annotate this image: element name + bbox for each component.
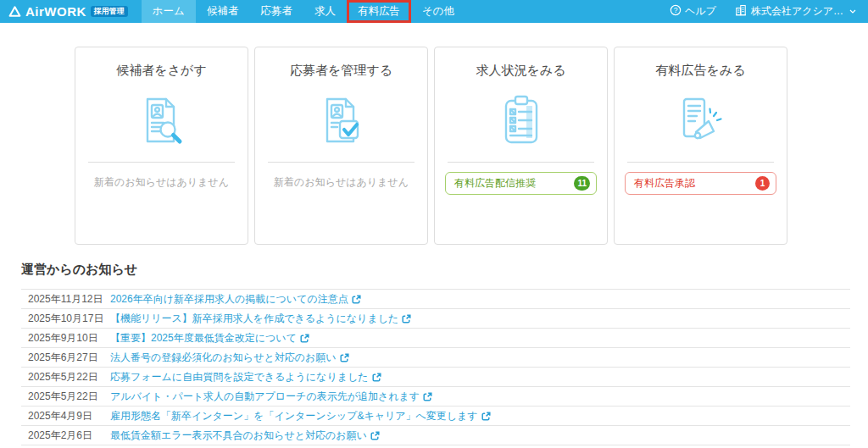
count-badge: 11 <box>574 176 590 191</box>
external-link-icon <box>423 392 432 401</box>
external-link-icon <box>402 314 411 324</box>
applicant-manage-icon <box>255 87 427 155</box>
notice-link[interactable]: 2026年卒向け新卒採用求人の掲載についての注意点 <box>110 292 361 307</box>
notice-link[interactable]: 応募フォームに自由質問を設定できるようになりました <box>110 370 381 384</box>
chevron-down-icon <box>849 9 856 14</box>
action-label: 有料広告配信推奨 <box>454 176 536 191</box>
card-job-status[interactable]: 求人状況をみる 有料広告配信推奨 11 <box>434 47 608 245</box>
card-divider <box>627 162 774 163</box>
notice-list: 2025年11月12日 2026年卒向け新卒採用求人の掲載についての注意点 20… <box>21 289 850 445</box>
help-question-icon: ? <box>670 4 682 19</box>
help-label: ヘルプ <box>685 4 716 19</box>
app-logo[interactable]: AirWORK 採用管理 <box>0 0 142 23</box>
notice-date: 2025年2月6日 <box>28 429 110 443</box>
notice-title: 2026年卒向け新卒採用求人の掲載についての注意点 <box>110 292 348 307</box>
notice-title: 【機能リリース】新卒採用求人を作成できるようになりました <box>110 312 398 326</box>
card-title: 有料広告をみる <box>615 63 787 79</box>
paid-ad-icon <box>615 87 787 155</box>
notice-date: 2025年5月22日 <box>28 370 110 384</box>
card-status-text: 新着のお知らせはありません <box>75 175 248 190</box>
action-label: 有料広告承認 <box>634 176 695 191</box>
notice-date: 2025年10月17日 <box>28 312 110 326</box>
external-link-icon <box>370 431 380 440</box>
candidate-search-icon <box>75 87 248 155</box>
job-status-icon <box>435 87 607 155</box>
notice-link[interactable]: アルバイト・パート求人の自動アプローチの表示先が追加されます <box>110 390 432 404</box>
card-title: 求人状況をみる <box>435 63 607 79</box>
card-divider <box>88 162 235 163</box>
help-link[interactable]: ? ヘルプ <box>659 4 726 19</box>
nav-jobs[interactable]: 求人 <box>303 0 347 23</box>
notice-link[interactable]: 【機能リリース】新卒採用求人を作成できるようになりました <box>110 312 411 326</box>
account-name: 株式会社アクシア… <box>751 4 843 19</box>
notice-row: 2025年11月12日 2026年卒向け新卒採用求人の掲載についての注意点 <box>21 289 850 308</box>
notice-date: 2025年6月27日 <box>28 351 110 365</box>
notice-title: 最低賃金額エラー表示不具合のお知らせと対応のお願い <box>110 429 367 443</box>
header-spacer <box>465 0 659 23</box>
notice-title: 法人番号の登録必須化のお知らせと対応のお願い <box>110 351 337 365</box>
notice-link[interactable]: 法人番号の登録必須化のお知らせと対応のお願い <box>110 351 349 365</box>
notice-title: 【重要】2025年度最低賃金改定について <box>110 331 297 346</box>
nav-others[interactable]: その他 <box>411 0 465 23</box>
card-title: 応募者を管理する <box>255 63 427 79</box>
notices-heading: 運営からのお知らせ <box>21 262 850 278</box>
card-candidate-search[interactable]: 候補者をさがす 新着のお知らせはありません <box>75 47 248 245</box>
notice-row: 2025年10月17日 【機能リリース】新卒採用求人を作成できるようになりました <box>21 308 850 328</box>
notice-row: 2025年5月22日 アルバイト・パート求人の自動アプローチの表示先が追加されま… <box>21 386 850 406</box>
card-status-text: 新着のお知らせはありません <box>255 175 427 190</box>
account-menu[interactable]: 株式会社アクシア… <box>726 4 868 19</box>
nav-home[interactable]: ホーム <box>142 0 196 23</box>
external-link-icon <box>340 353 349 362</box>
notice-date: 2025年9月10日 <box>28 331 110 346</box>
svg-text:?: ? <box>674 6 678 14</box>
notice-row: 2025年6月27日 法人番号の登録必須化のお知らせと対応のお願い <box>21 347 850 367</box>
card-paid-ads[interactable]: 有料広告をみる 有料広告承認 1 <box>614 47 787 245</box>
notice-row: 2025年2月6日 最低賃金額エラー表示不具合のお知らせと対応のお願い <box>21 425 850 445</box>
external-link-icon <box>372 373 381 382</box>
notice-date: 2025年5月22日 <box>28 390 110 404</box>
notice-link[interactable]: 【重要】2025年度最低賃金改定について <box>110 331 309 346</box>
top-navigation-bar: AirWORK 採用管理 ホーム 候補者 応募者 求人 有料広告 その他 ? ヘ… <box>0 0 868 23</box>
notice-title: アルバイト・パート求人の自動アプローチの表示先が追加されます <box>110 390 420 404</box>
external-link-icon <box>300 334 309 343</box>
header-right: ? ヘルプ 株式会社アクシア… <box>659 0 868 23</box>
paid-ad-approval-button[interactable]: 有料広告承認 1 <box>625 172 776 195</box>
card-divider <box>448 162 594 163</box>
operator-notices-section: 運営からのお知らせ 2025年11月12日 2026年卒向け新卒採用求人の掲載に… <box>21 262 850 445</box>
notice-link[interactable]: 最低賃金額エラー表示不具合のお知らせと対応のお願い <box>110 429 380 443</box>
external-link-icon <box>481 412 491 421</box>
notice-link[interactable]: 雇用形態名「新卒インターン」を「インターンシップ&キャリア」へ変更します <box>110 409 491 423</box>
brand-name: AirWORK <box>25 4 86 19</box>
notice-row: 2025年5月22日 応募フォームに自由質問を設定できるようになりました <box>21 367 850 386</box>
nav-applicants[interactable]: 応募者 <box>249 0 303 23</box>
card-title: 候補者をさがす <box>75 63 248 79</box>
logo-badge: 採用管理 <box>91 6 128 17</box>
notice-title: 応募フォームに自由質問を設定できるようになりました <box>110 370 369 384</box>
card-applicant-manage[interactable]: 応募者を管理する 新着のお知らせはありません <box>254 47 428 245</box>
count-badge: 1 <box>755 176 770 191</box>
nav-paid-ads[interactable]: 有料広告 <box>347 0 411 23</box>
notice-title: 雇用形態名「新卒インターン」を「インターンシップ&キャリア」へ変更します <box>110 409 478 423</box>
company-building-icon <box>735 4 747 19</box>
notice-row: 2025年9月10日 【重要】2025年度最低賃金改定について <box>21 328 850 347</box>
notice-date: 2025年4月9日 <box>28 409 110 423</box>
main-nav: ホーム 候補者 応募者 求人 有料広告 その他 <box>142 0 465 23</box>
notice-row: 2025年4月9日 雇用形態名「新卒インターン」を「インターンシップ&キャリア」… <box>21 406 850 425</box>
card-divider <box>268 162 415 163</box>
nav-candidates[interactable]: 候補者 <box>196 0 250 23</box>
paid-ad-recommend-button[interactable]: 有料広告配信推奨 11 <box>445 172 597 195</box>
notice-date: 2025年11月12日 <box>28 292 110 307</box>
shortcut-cards: 候補者をさがす 新着のお知らせはありません 応募者を管理する <box>75 47 868 245</box>
airwork-triangle-icon <box>8 5 21 18</box>
external-link-icon <box>352 295 361 304</box>
